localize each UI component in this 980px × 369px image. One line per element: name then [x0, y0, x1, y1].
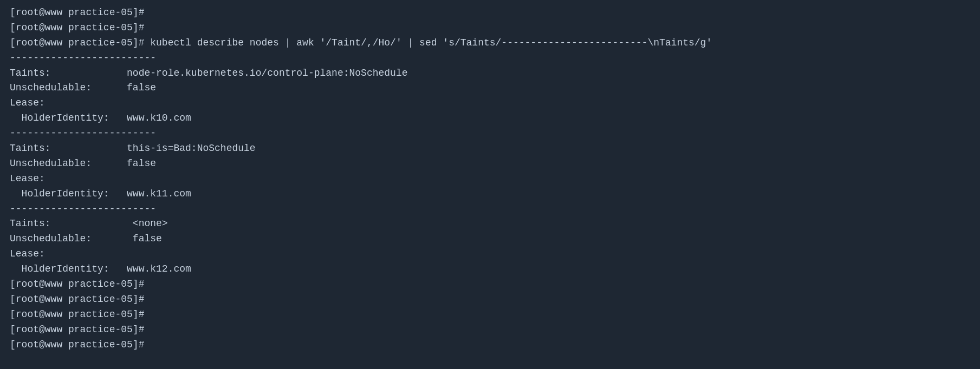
terminal-line-2: [root@www practice-05]# [10, 21, 970, 36]
terminal-line-16: Unschedulable: false [10, 232, 970, 247]
terminal-line-11: Unschedulable: false [10, 156, 970, 172]
terminal-line-9: ------------------------- [10, 126, 970, 141]
terminal-line-1: [root@www practice-05]# [10, 5, 970, 21]
terminal-line-5: Taints: node-role.kubernetes.io/control-… [10, 66, 970, 81]
terminal-line-18: HolderIdentity: www.k12.com [10, 262, 970, 277]
terminal-window[interactable]: [root@www practice-05]#[root@www practic… [0, 0, 980, 369]
terminal-line-12: Lease: [10, 172, 970, 187]
terminal-line-17: Lease: [10, 247, 970, 262]
terminal-line-8: HolderIdentity: www.k10.com [10, 111, 970, 126]
terminal-line-4: ------------------------- [10, 51, 970, 66]
terminal-line-6: Unschedulable: false [10, 81, 970, 96]
terminal-line-14: ------------------------- [10, 202, 970, 217]
terminal-line-13: HolderIdentity: www.k11.com [10, 187, 970, 202]
terminal-line-7: Lease: [10, 96, 970, 111]
terminal-line-23: [root@www practice-05]# [10, 338, 970, 353]
terminal-line-19: [root@www practice-05]# [10, 277, 970, 292]
terminal-line-10: Taints: this-is=Bad:NoSchedule [10, 141, 970, 156]
terminal-line-21: [root@www practice-05]# [10, 307, 970, 322]
terminal-line-3: [root@www practice-05]# kubectl describe… [10, 36, 970, 51]
terminal-line-20: [root@www practice-05]# [10, 292, 970, 307]
terminal-line-22: [root@www practice-05]# [10, 322, 970, 338]
terminal-line-15: Taints: <none> [10, 216, 970, 232]
